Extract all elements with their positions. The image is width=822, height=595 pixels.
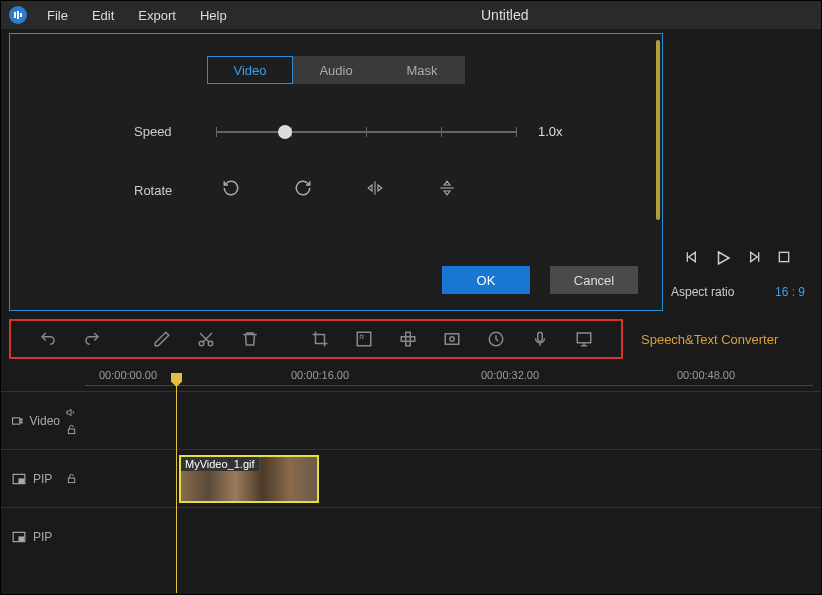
rotate-ccw-icon[interactable] xyxy=(222,179,240,201)
record-screen-icon[interactable] xyxy=(575,330,593,348)
svg-rect-32 xyxy=(19,479,24,483)
track-pip-2: PIP xyxy=(1,507,821,565)
menu-edit[interactable]: Edit xyxy=(82,4,124,27)
speed-value: 1.0x xyxy=(538,124,563,139)
delete-icon[interactable] xyxy=(241,330,259,348)
play-icon[interactable] xyxy=(714,249,732,267)
tab-video[interactable]: Video xyxy=(207,56,293,84)
flip-vertical-icon[interactable] xyxy=(438,179,456,201)
svg-marker-3 xyxy=(368,185,372,191)
tab-audio[interactable]: Audio xyxy=(293,56,379,84)
svg-marker-4 xyxy=(378,185,382,191)
svg-marker-29 xyxy=(20,418,22,422)
menu-export[interactable]: Export xyxy=(128,4,186,27)
timecode: 00:00:00.00 xyxy=(99,369,157,381)
redo-icon[interactable] xyxy=(83,330,101,348)
svg-rect-28 xyxy=(13,417,20,423)
pip-track-icon xyxy=(11,472,27,486)
track-pip-1: PIP MyVideo_1.gif xyxy=(1,449,821,507)
svg-marker-6 xyxy=(444,191,450,195)
voiceover-icon[interactable] xyxy=(531,330,549,348)
timecode: 00:00:16.00 xyxy=(291,369,349,381)
track-label: PIP xyxy=(33,530,52,544)
mosaic-icon[interactable] xyxy=(355,330,373,348)
tab-mask[interactable]: Mask xyxy=(379,56,465,84)
lock-icon[interactable] xyxy=(66,424,77,435)
pip-track-icon xyxy=(11,530,27,544)
timeline-ruler[interactable]: 00:00:00.00 00:00:16.00 00:00:32.00 00:0… xyxy=(1,367,821,391)
svg-rect-18 xyxy=(360,335,363,338)
svg-marker-5 xyxy=(444,181,450,185)
preview-controls: Aspect ratio 16 : 9 xyxy=(663,29,813,311)
window-title: Untitled xyxy=(481,7,528,23)
svg-rect-22 xyxy=(406,341,411,346)
lock-icon[interactable] xyxy=(66,473,77,484)
svg-marker-7 xyxy=(689,252,696,261)
flip-horizontal-icon[interactable] xyxy=(366,179,384,201)
track-label: Video xyxy=(30,414,60,428)
properties-panel: Video Audio Mask Speed 1.0x Rotate OK Ca… xyxy=(9,33,663,311)
svg-rect-2 xyxy=(20,13,22,17)
svg-rect-26 xyxy=(538,332,543,341)
rotate-label: Rotate xyxy=(134,183,204,198)
cancel-button[interactable]: Cancel xyxy=(550,266,638,294)
menu-help[interactable]: Help xyxy=(190,4,237,27)
cut-icon[interactable] xyxy=(197,330,215,348)
svg-marker-9 xyxy=(719,252,730,264)
speed-label: Speed xyxy=(134,124,204,139)
aspect-ratio-label: Aspect ratio xyxy=(671,285,734,299)
app-logo xyxy=(9,6,27,24)
menubar: File Edit Export Help Untitled xyxy=(1,1,821,29)
svg-rect-1 xyxy=(17,11,19,19)
video-track-icon xyxy=(11,414,24,428)
playhead[interactable] xyxy=(176,373,177,593)
clip-filename: MyVideo_1.gif xyxy=(181,457,259,471)
svg-rect-27 xyxy=(577,333,591,343)
duration-icon[interactable] xyxy=(487,330,505,348)
svg-rect-12 xyxy=(779,252,788,261)
aspect-ratio-value[interactable]: 16 : 9 xyxy=(775,285,805,299)
rotate-cw-icon[interactable] xyxy=(294,179,312,201)
svg-marker-10 xyxy=(751,252,758,261)
next-frame-icon[interactable] xyxy=(746,249,762,265)
prev-frame-icon[interactable] xyxy=(684,249,700,265)
svg-rect-30 xyxy=(68,429,74,434)
grid-icon[interactable] xyxy=(399,330,417,348)
track-video: Video xyxy=(1,391,821,449)
svg-rect-0 xyxy=(14,12,16,18)
speech-text-converter[interactable]: Speech&Text Converter xyxy=(641,332,778,347)
speed-slider[interactable] xyxy=(216,131,516,133)
stop-icon[interactable] xyxy=(776,249,792,265)
track-label: PIP xyxy=(33,472,52,486)
toolbar xyxy=(9,319,623,359)
svg-rect-35 xyxy=(19,537,24,541)
zoom-icon[interactable] xyxy=(443,330,461,348)
undo-icon[interactable] xyxy=(39,330,57,348)
svg-point-24 xyxy=(450,337,455,342)
svg-rect-17 xyxy=(357,332,371,346)
timecode: 00:00:32.00 xyxy=(481,369,539,381)
edit-icon[interactable] xyxy=(153,330,171,348)
ok-button[interactable]: OK xyxy=(442,266,530,294)
crop-icon[interactable] xyxy=(311,330,329,348)
mute-icon[interactable] xyxy=(66,407,77,418)
svg-rect-23 xyxy=(445,334,459,345)
timecode: 00:00:48.00 xyxy=(677,369,735,381)
svg-rect-33 xyxy=(68,478,74,483)
speed-slider-thumb[interactable] xyxy=(278,125,292,139)
clip[interactable]: MyVideo_1.gif xyxy=(179,455,319,503)
menu-file[interactable]: File xyxy=(37,4,78,27)
